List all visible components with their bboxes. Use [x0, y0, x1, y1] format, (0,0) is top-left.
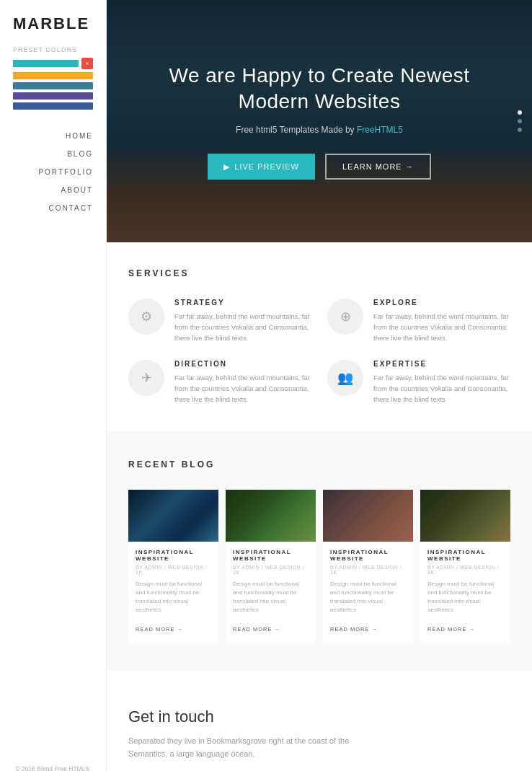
color-swatch-3[interactable]: [13, 82, 93, 89]
blog-read-more-4[interactable]: READ MORE →: [427, 626, 475, 633]
hero-subtitle-link[interactable]: FreeHTML5: [357, 125, 403, 135]
blog-title-3: INSPIRATIONAL WEBSITE: [330, 549, 406, 562]
color-swatch-1[interactable]: [13, 60, 79, 67]
blog-image-3: [323, 490, 413, 542]
expertise-icon-wrap: 👥: [327, 360, 363, 396]
color-swatch-5[interactable]: [13, 102, 93, 110]
blog-desc-3: Design must be functional and functional…: [330, 580, 406, 614]
nav-menu: HOME BLOG PORTFOLIO ABOUT CONTACT: [0, 127, 106, 217]
blog-image-1: [128, 490, 218, 542]
expertise-title: EXPERTISE: [373, 360, 510, 368]
strategy-icon: ⚙: [141, 309, 152, 325]
blog-body-1: INSPIRATIONAL WEBSITE BY ADMIN / WEB DES…: [128, 542, 218, 643]
dot-1[interactable]: [518, 110, 522, 115]
blog-meta-4: BY ADMIN / WEB DESIGN / 1K: [427, 565, 503, 575]
service-item-expertise: 👥 EXPERTISE Far far away, behind the wor…: [327, 360, 510, 405]
services-grid: ⚙ STRATEGY Far far away, behind the word…: [128, 299, 510, 405]
explore-content: EXPLORE Far far away, behind the word mo…: [373, 299, 510, 344]
explore-title: EXPLORE: [373, 299, 510, 307]
hero-subtitle-prefix: Free html5 Templates Made by: [236, 125, 357, 135]
copyright-text: © 2016 Blend Free HTML5. All Rights Rese…: [13, 765, 93, 771]
blog-read-more-3[interactable]: READ MORE →: [330, 626, 378, 633]
learn-more-button[interactable]: LEARN MORE →: [325, 154, 431, 180]
hero-title: We are Happy to Create Newest Modern Web…: [136, 63, 503, 115]
sidebar-item-blog[interactable]: BLOG: [0, 145, 106, 163]
live-preview-button[interactable]: ▶ LIVE PREVIEW: [208, 154, 315, 180]
blog-title-1: INSPIRATIONAL WEBSITE: [136, 549, 211, 562]
color-row-1: ×: [13, 58, 93, 69]
explore-icon: ⊕: [340, 309, 351, 325]
direction-title: DIRECTION: [174, 360, 311, 368]
services-section: SERVICES ⚙ STRATEGY Far far away, behind…: [107, 242, 532, 431]
service-item-direction: ✈ DIRECTION Far far away, behind the wor…: [128, 360, 311, 405]
expertise-icon: 👥: [337, 370, 353, 386]
contact-section: Get in touch Separated they live in Book…: [107, 671, 532, 771]
color-row-2: [13, 72, 93, 79]
play-icon: ▶: [223, 162, 230, 172]
blog-meta-2: BY ADMIN / WEB DESIGN / 1K: [233, 565, 309, 575]
close-button[interactable]: ×: [81, 58, 93, 69]
blog-card-1: INSPIRATIONAL WEBSITE BY ADMIN / WEB DES…: [128, 490, 218, 643]
blog-desc-4: Design must be functional and functional…: [427, 580, 503, 614]
strategy-icon-wrap: ⚙: [128, 299, 164, 335]
blog-meta-3: BY ADMIN / WEB DESIGN / 1K: [330, 565, 406, 575]
sidebar: MARBLE PRESET COLORS × HOME BLOG PORTFOL…: [0, 0, 107, 771]
color-row-3: [13, 82, 93, 89]
service-item-explore: ⊕ EXPLORE Far far away, behind the word …: [327, 299, 510, 344]
sidebar-item-contact[interactable]: CONTACT: [0, 199, 106, 217]
direction-icon: ✈: [141, 370, 152, 386]
explore-icon-wrap: ⊕: [327, 299, 363, 335]
hero-subtitle: Free html5 Templates Made by FreeHTML5: [136, 125, 503, 135]
color-row-4: [13, 92, 93, 100]
blog-body-4: INSPIRATIONAL WEBSITE BY ADMIN / WEB DES…: [420, 542, 510, 643]
blog-section: RECENT BLOG INSPIRATIONAL WEBSITE BY ADM…: [107, 431, 532, 671]
blog-image-4: [420, 490, 510, 542]
blog-grid: INSPIRATIONAL WEBSITE BY ADMIN / WEB DES…: [128, 490, 510, 643]
hero-dots: [518, 110, 522, 132]
hero-section: We are Happy to Create Newest Modern Web…: [107, 0, 532, 242]
live-preview-label: LIVE PREVIEW: [234, 162, 299, 171]
color-swatch-4[interactable]: [13, 92, 93, 100]
sidebar-item-about[interactable]: ABOUT: [0, 181, 106, 199]
blog-title-2: INSPIRATIONAL WEBSITE: [233, 549, 309, 562]
direction-icon-wrap: ✈: [128, 360, 164, 396]
blog-card-3: INSPIRATIONAL WEBSITE BY ADMIN / WEB DES…: [323, 490, 413, 643]
blog-desc-1: Design must be functional and functional…: [136, 580, 211, 614]
blog-read-more-1[interactable]: READ MORE →: [136, 626, 183, 633]
contact-title: Get in touch: [128, 708, 510, 726]
blog-image-2: [226, 490, 316, 542]
blog-body-2: INSPIRATIONAL WEBSITE BY ADMIN / WEB DES…: [226, 542, 316, 643]
direction-content: DIRECTION Far far away, behind the word …: [174, 360, 311, 405]
site-logo: MARBLE: [0, 14, 106, 46]
blog-card-4: INSPIRATIONAL WEBSITE BY ADMIN / WEB DES…: [420, 490, 510, 643]
color-swatches: ×: [0, 58, 106, 120]
contact-desc: Separated they live in Bookmarksgrove ri…: [128, 735, 359, 760]
service-item-strategy: ⚙ STRATEGY Far far away, behind the word…: [128, 299, 311, 344]
color-swatch-2[interactable]: [13, 72, 93, 79]
strategy-title: STRATEGY: [174, 299, 311, 307]
dot-3[interactable]: [518, 128, 522, 132]
sidebar-item-portfolio[interactable]: PORTFOLIO: [0, 163, 106, 181]
services-title: SERVICES: [128, 268, 510, 278]
blog-desc-2: Design must be functional and functional…: [233, 580, 309, 614]
strategy-content: STRATEGY Far far away, behind the word m…: [174, 299, 311, 344]
blog-card-2: INSPIRATIONAL WEBSITE BY ADMIN / WEB DES…: [226, 490, 316, 643]
blog-section-title: RECENT BLOG: [128, 459, 510, 470]
direction-desc: Far far away, behind the word mountains,…: [174, 372, 311, 405]
blog-meta-1: BY ADMIN / WEB DESIGN / 1K: [136, 565, 211, 575]
hero-content: We are Happy to Create Newest Modern Web…: [107, 63, 532, 180]
blog-title-4: INSPIRATIONAL WEBSITE: [427, 549, 503, 562]
blog-read-more-2[interactable]: READ MORE →: [233, 626, 280, 633]
strategy-desc: Far far away, behind the word mountains,…: [174, 311, 311, 344]
color-row-5: [13, 102, 93, 110]
sidebar-item-home[interactable]: HOME: [0, 127, 106, 145]
main-content: We are Happy to Create Newest Modern Web…: [107, 0, 532, 771]
dot-2[interactable]: [518, 119, 522, 123]
hero-buttons: ▶ LIVE PREVIEW LEARN MORE →: [136, 154, 503, 180]
blog-body-3: INSPIRATIONAL WEBSITE BY ADMIN / WEB DES…: [323, 542, 413, 643]
preset-colors-label: PRESET COLORS: [0, 46, 90, 58]
sidebar-footer: © 2016 Blend Free HTML5. All Rights Rese…: [0, 752, 106, 771]
explore-desc: Far far away, behind the word mountains,…: [373, 311, 510, 344]
expertise-content: EXPERTISE Far far away, behind the word …: [373, 360, 510, 405]
expertise-desc: Far far away, behind the word mountains,…: [373, 372, 510, 405]
